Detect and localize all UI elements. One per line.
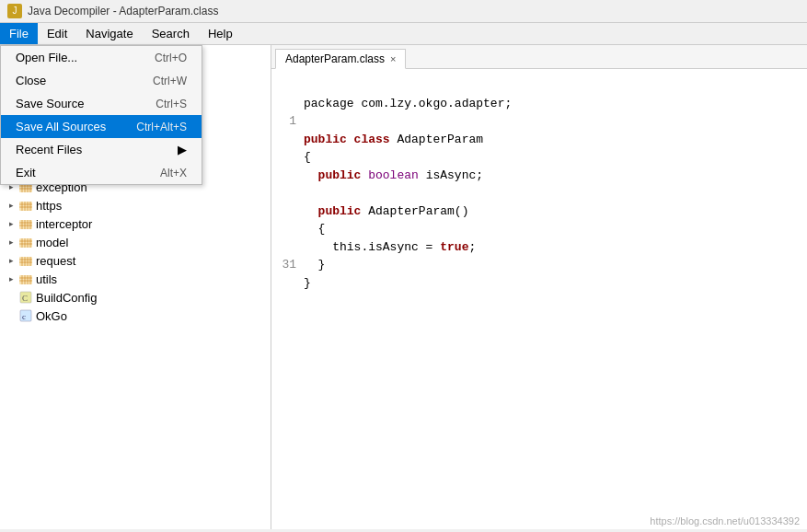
tab-close-button[interactable]: × <box>390 53 396 64</box>
close-shortcut: Ctrl+W <box>153 75 187 87</box>
save-all-shortcut: Ctrl+Alt+S <box>136 121 187 133</box>
app-icon: J <box>7 4 22 18</box>
line-num <box>271 274 296 293</box>
tab-label: AdapterParam.class <box>285 52 385 65</box>
code-line <box>304 184 800 202</box>
tree-item-utils[interactable]: ▸ utils <box>0 270 271 288</box>
code-line: } <box>304 256 800 274</box>
line-num <box>271 131 296 149</box>
svg-text:c: c <box>22 312 26 321</box>
menu-open-file[interactable]: Open File... Ctrl+O <box>1 46 202 69</box>
expand-icon <box>4 308 18 323</box>
line-num <box>271 220 296 238</box>
code-line <box>304 112 800 131</box>
code-line <box>304 76 800 95</box>
title-bar: J Java Decompiler - AdapterParam.class <box>0 0 807 23</box>
package-icon <box>18 253 33 268</box>
file-dropdown: Open File... Ctrl+O Close Ctrl+W Save So… <box>0 45 202 185</box>
class-icon-small: c <box>18 308 33 323</box>
watermark: https://blog.csdn.net/u013334392 <box>650 515 800 526</box>
save-source-shortcut: Ctrl+S <box>156 98 187 110</box>
code-line: } <box>304 274 800 293</box>
menu-save-all-sources[interactable]: Save All Sources Ctrl+Alt+S <box>1 115 202 138</box>
line-num: 1 <box>271 112 296 131</box>
close-label: Close <box>16 74 46 87</box>
line-num <box>271 95 296 113</box>
line-num <box>271 184 296 202</box>
tree-label-request: request <box>36 254 75 268</box>
save-source-label: Save Source <box>16 97 84 110</box>
menu-navigate[interactable]: Navigate <box>76 23 142 44</box>
tree-label-utils: utils <box>36 272 57 286</box>
expand-icon: ▸ <box>4 198 18 213</box>
tree-label-interceptor: interceptor <box>36 217 92 231</box>
recent-files-arrow: ▶ <box>178 143 187 156</box>
line-numbers: 1 31 <box>271 76 304 522</box>
menu-help[interactable]: Help <box>199 23 242 44</box>
menu-bar: File Edit Navigate Search Help Open File… <box>0 23 807 45</box>
code-line: package com.lzy.okgo.adapter; <box>304 95 800 113</box>
package-icon <box>18 216 33 231</box>
tree-item-okgo[interactable]: c OkGo <box>0 306 271 325</box>
menu-close[interactable]: Close Ctrl+W <box>1 69 202 92</box>
tree-item-model[interactable]: ▸ model <box>0 233 271 251</box>
line-num <box>271 167 296 185</box>
code-line: public AdapterParam() <box>304 202 800 221</box>
menu-exit[interactable]: Exit Alt+X <box>1 161 202 184</box>
exit-label: Exit <box>16 166 36 179</box>
tab-adapterparam[interactable]: AdapterParam.class × <box>275 49 406 69</box>
menu-file[interactable]: File <box>0 23 38 44</box>
menu-save-source[interactable]: Save Source Ctrl+S <box>1 92 202 115</box>
expand-icon: ▸ <box>4 235 18 249</box>
code-line: this.isAsync = true; <box>304 238 800 257</box>
code-panel: AdapterParam.class × 1 31 <box>271 45 807 529</box>
tree-label-model: model <box>36 236 68 249</box>
recent-files-label: Recent Files <box>16 143 82 156</box>
line-num <box>271 310 296 329</box>
line-num <box>271 238 296 257</box>
tabs-bar: AdapterParam.class × <box>271 45 807 69</box>
line-num <box>271 76 296 95</box>
tree-label-https: https <box>36 199 62 213</box>
tree-item-request[interactable]: ▸ request <box>0 251 271 270</box>
code-content: package com.lzy.okgo.adapter; public cla… <box>304 76 800 522</box>
class-icon: C <box>18 290 33 305</box>
package-icon <box>18 198 33 213</box>
line-num <box>271 202 296 221</box>
tree-item-buildconfig[interactable]: C BuildConfig <box>0 288 271 306</box>
tree-item-https[interactable]: ▸ https <box>0 196 271 214</box>
line-num <box>271 148 296 167</box>
open-file-label: Open File... <box>16 51 77 64</box>
expand-icon: ▸ <box>4 216 18 231</box>
menu-edit[interactable]: Edit <box>38 23 76 44</box>
menu-search[interactable]: Search <box>143 23 199 44</box>
open-file-shortcut: Ctrl+O <box>155 52 187 64</box>
svg-text:C: C <box>22 294 28 303</box>
code-line: public class AdapterParam <box>304 131 800 149</box>
tree-label-buildconfig: BuildConfig <box>36 291 98 305</box>
title-text: Java Decompiler - AdapterParam.class <box>28 5 218 17</box>
expand-icon: ▸ <box>4 253 18 268</box>
package-icon <box>18 235 33 249</box>
code-area: 1 31 package com.lzy.okgo.adapter; publi… <box>271 69 807 529</box>
package-icon <box>18 272 33 286</box>
code-line: { <box>304 220 800 238</box>
expand-icon: ▸ <box>4 272 18 286</box>
tree-item-interceptor[interactable]: ▸ interceptor <box>0 214 271 233</box>
save-all-label: Save All Sources <box>16 120 106 133</box>
code-line: public boolean isAsync; <box>304 167 800 185</box>
expand-icon <box>4 290 18 305</box>
code-line: { <box>304 148 800 167</box>
exit-shortcut: Alt+X <box>160 167 187 179</box>
line-num: 31 <box>271 256 296 274</box>
tree-label-okgo: OkGo <box>36 309 67 323</box>
menu-recent-files[interactable]: Recent Files ▶ <box>1 138 202 161</box>
line-num <box>271 292 296 310</box>
